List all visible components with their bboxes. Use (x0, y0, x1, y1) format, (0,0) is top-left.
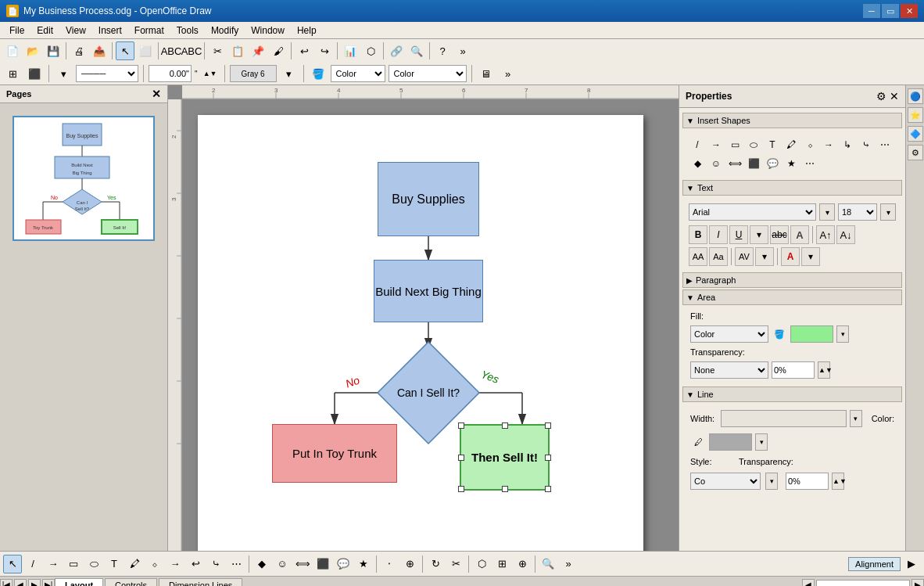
copy-button[interactable]: 📋 (228, 41, 247, 60)
window-controls[interactable]: ─ ▭ ✕ (863, 4, 918, 18)
curved-tool[interactable]: ⤷ (858, 136, 875, 153)
tb2-more[interactable]: » (499, 64, 518, 83)
pages-close-button[interactable]: ✕ (152, 88, 161, 99)
snap-points-tool[interactable]: ⊕ (513, 555, 532, 573)
fill-color-dropdown[interactable]: ▾ (836, 325, 849, 343)
arrow-dropdown[interactable]: ▾ (54, 64, 73, 83)
shadow-button[interactable]: A (790, 225, 809, 244)
insert-shapes-section-header[interactable]: ▼ Insert Shapes (682, 113, 902, 128)
spellcheck-button[interactable]: ABC (162, 41, 181, 60)
fill-color-select[interactable]: Color (389, 65, 467, 82)
arrow2-draw-tool[interactable]: → (166, 555, 184, 573)
menu-tools[interactable]: Tools (170, 23, 205, 38)
print-button[interactable]: 🖨 (70, 41, 88, 60)
ellipse-tool[interactable]: ⬭ (745, 136, 762, 153)
hyperlink-button[interactable]: 🔗 (387, 41, 406, 60)
glue-point-tool[interactable]: ⊕ (400, 555, 419, 573)
line-tool[interactable]: / (689, 136, 706, 153)
italic-button[interactable]: I (709, 225, 728, 244)
hscroll-left[interactable]: ◀ (802, 579, 815, 587)
area-section-header[interactable]: ▼ Area (682, 289, 902, 305)
filled-shape-tool[interactable]: ◆ (689, 155, 706, 172)
elbow-draw-tool[interactable]: ↩ (186, 555, 205, 573)
display-button[interactable]: 🖥 (477, 64, 496, 83)
menu-edit[interactable]: Edit (30, 23, 59, 38)
text-tool[interactable]: T (764, 136, 781, 153)
rect-draw-tool[interactable]: ▭ (64, 555, 83, 573)
sidebar-icon-4[interactable]: ⚙ (908, 145, 923, 160)
cut-button[interactable]: ✂ (208, 41, 227, 60)
fill-style-select[interactable]: Color (331, 65, 385, 82)
export-button[interactable]: 📤 (90, 41, 109, 60)
scroll-next-btn[interactable]: ▶ (28, 579, 41, 587)
transparency-value-input[interactable] (772, 361, 815, 379)
connect-tool[interactable]: ⬦ (801, 136, 818, 153)
object-button[interactable]: ⬡ (361, 41, 380, 60)
drawing-canvas[interactable]: No Yes Buy Supplies Build Next Big Thing (182, 99, 679, 551)
sidebar-icon-3[interactable]: 🔷 (908, 126, 923, 142)
increase-font-button[interactable]: A↑ (816, 225, 835, 244)
stars-tool[interactable]: ★ (783, 155, 800, 172)
line-color-preview[interactable] (709, 433, 752, 451)
tab-controls[interactable]: Controls (105, 578, 157, 586)
highlight-tool[interactable]: 🖍 (783, 136, 800, 153)
rect-tool[interactable]: ▭ (726, 136, 743, 153)
uppercase-button[interactable]: AA (689, 247, 707, 266)
arrow-right-tool2[interactable]: → (820, 136, 837, 153)
open-button[interactable]: 📂 (23, 41, 42, 60)
rotate-tool[interactable]: ↻ (426, 555, 445, 573)
block-arrows-tool[interactable]: ⟺ (726, 155, 743, 172)
char-spacing-dropdown[interactable]: ▾ (755, 247, 774, 266)
diamond-shape[interactable]: Can I Sell It? (374, 338, 483, 448)
new-button[interactable]: 📄 (3, 41, 22, 60)
block-arrows-btm-tool[interactable]: ⟺ (293, 555, 312, 573)
close-button[interactable]: ✕ (901, 4, 918, 18)
callout-tool[interactable]: 💬 (764, 155, 781, 172)
menu-view[interactable]: View (59, 23, 92, 38)
pointer-tool[interactable]: ↖ (3, 555, 22, 573)
crop-tool[interactable]: ✂ (446, 555, 465, 573)
line-color-dropdown[interactable]: ▾ (755, 433, 768, 451)
more-draw-tool[interactable]: ⋯ (227, 555, 245, 573)
build-next-shape[interactable]: Build Next Big Thing (374, 260, 483, 322)
chart-button[interactable]: 📊 (341, 41, 360, 60)
snap-grid-tool[interactable]: ⊞ (492, 555, 511, 573)
page-1-thumbnail[interactable]: Buy Supplies Build Next Big Thing Can I … (13, 116, 155, 241)
menu-help[interactable]: Help (291, 23, 323, 38)
flowchart-tool[interactable]: ⬛ (745, 155, 762, 172)
font-color-button[interactable]: A (781, 247, 800, 266)
transparency-type-select[interactable]: None (690, 361, 768, 379)
elbow-tool[interactable]: ↳ (839, 136, 856, 153)
underline-button[interactable]: U (729, 225, 748, 244)
properties-settings-button[interactable]: ⚙ (876, 90, 886, 102)
toolbar-more[interactable]: » (453, 41, 472, 60)
font-name-select[interactable]: Arial (689, 203, 816, 221)
connector-draw-tool[interactable]: ⬦ (145, 555, 164, 573)
menu-window[interactable]: Window (245, 23, 291, 38)
callout-btm-tool[interactable]: 💬 (334, 555, 353, 573)
more2-tool[interactable]: ⋯ (801, 155, 818, 172)
fill-type-select[interactable]: Color (690, 325, 768, 343)
underline-dropdown[interactable]: ▾ (750, 225, 768, 244)
curve-draw-tool[interactable]: 🖍 (125, 555, 144, 573)
line-transparency-spin[interactable]: ▲▼ (832, 473, 844, 490)
transparency-spin[interactable]: ▲▼ (818, 361, 830, 379)
minimize-button[interactable]: ─ (863, 4, 880, 18)
basic-shapes-tool[interactable]: ◆ (252, 555, 271, 573)
paragraph-section-header[interactable]: ▶ Paragraph (682, 272, 902, 288)
format-paint-button[interactable]: 🖌 (269, 41, 288, 60)
tab-layout[interactable]: Layout (55, 578, 103, 586)
alignment-button[interactable]: Alignment (848, 557, 901, 571)
line-section-header[interactable]: ▼ Line (682, 386, 902, 402)
font-name-dropdown[interactable]: ▾ (819, 203, 835, 221)
buy-supplies-shape[interactable]: Buy Supplies (378, 162, 479, 236)
hscroll-right[interactable]: ▶ (911, 579, 924, 587)
paste-button[interactable]: 📌 (249, 41, 267, 60)
more-shapes-tool[interactable]: ⋯ (876, 136, 894, 153)
font-color-dropdown[interactable]: ▾ (801, 247, 820, 266)
strikethrough-button[interactable]: abc (770, 225, 789, 244)
tab-dimension-lines[interactable]: Dimension Lines (159, 578, 242, 586)
btbar-scroll-right[interactable]: ▶ (902, 555, 921, 573)
sidebar-icon-2[interactable]: ⭐ (908, 107, 923, 123)
scroll-first-btn[interactable]: |◀ (0, 579, 13, 587)
